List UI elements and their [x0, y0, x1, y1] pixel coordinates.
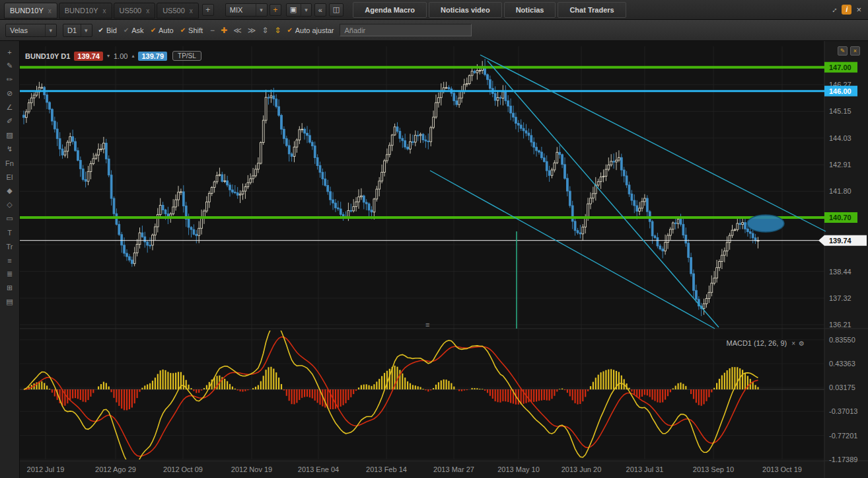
- svg-text:2013 Sep 10: 2013 Sep 10: [693, 465, 734, 473]
- shape-tool-icon[interactable]: ◇: [3, 198, 17, 212]
- indicator-settings-icon[interactable]: ⚙: [799, 340, 805, 347]
- close-window-icon[interactable]: ×: [856, 5, 861, 15]
- tabbar-icon-buttons: ▣▾«◫: [286, 3, 344, 17]
- add-chart-button[interactable]: +: [270, 4, 281, 16]
- info-icon[interactable]: i: [842, 5, 851, 15]
- chart-corner-icons: ✎×: [838, 46, 860, 56]
- price-checkboxes: ✔Bid✔Ask✔Auto✔Shift: [98, 26, 203, 34]
- ellipse-annotation[interactable]: [747, 215, 784, 232]
- trend-tool-icon[interactable]: Tr: [3, 239, 17, 253]
- chart-area: 146.27145.15144.03142.91141.80138.44137.…: [20, 41, 868, 478]
- diamond-tool-icon[interactable]: ◆: [3, 184, 17, 198]
- svg-text:2013 Feb 14: 2013 Feb 14: [366, 465, 407, 473]
- close-chart-icon[interactable]: ×: [850, 46, 860, 56]
- checkbox-label: Ask: [131, 26, 143, 34]
- rectangle-tool-icon[interactable]: ▭: [3, 212, 17, 225]
- chevron-down-icon: ▾: [45, 24, 52, 36]
- freehand-tool-icon[interactable]: ✐: [3, 114, 17, 128]
- spread-value: 1.00: [114, 52, 127, 60]
- remove-indicator-icon[interactable]: ×: [791, 340, 795, 347]
- function-tool-icon[interactable]: Fn: [3, 156, 17, 170]
- svg-text:2012 Ago 29: 2012 Ago 29: [95, 465, 136, 473]
- zigzag-tool-icon[interactable]: ↯: [3, 142, 17, 156]
- checkbox-shift[interactable]: ✔Shift: [180, 26, 203, 34]
- svg-text:2013 Jul 31: 2013 Jul 31: [626, 465, 664, 473]
- price-badge-resistance-mid[interactable]: 140.70: [824, 212, 857, 223]
- ask-price-badge[interactable]: 139.79: [138, 52, 167, 61]
- eraser-tool-icon[interactable]: ⊘: [3, 87, 17, 100]
- checkbox-bid[interactable]: ✔Bid: [98, 26, 117, 34]
- panel-divider-handle[interactable]: ≡: [425, 321, 429, 328]
- pen-tool-icon[interactable]: ✏: [3, 73, 17, 87]
- zoom-in-button[interactable]: ✚: [221, 26, 227, 35]
- mix-dropdown-label: MIX: [230, 6, 243, 14]
- tab-label: BUND10Y: [10, 7, 44, 15]
- checkbox-ask[interactable]: ✔Ask: [124, 26, 144, 34]
- price-badge-last-price[interactable]: 139.74: [818, 235, 867, 246]
- fit-vertical-button[interactable]: ⇕: [274, 26, 281, 35]
- bars-tool-icon[interactable]: ≣: [3, 267, 17, 281]
- svg-text:145.15: 145.15: [829, 107, 851, 115]
- close-tab-icon[interactable]: x: [103, 7, 106, 15]
- check-icon: ✔: [287, 26, 292, 34]
- close-tab-icon[interactable]: x: [48, 7, 52, 15]
- zoom-out-button[interactable]: −: [210, 26, 215, 35]
- menu-button-agenda-macro[interactable]: Agenda Macro: [353, 2, 427, 18]
- tab-bund10y-2[interactable]: BUND10Yx: [59, 3, 112, 19]
- close-tab-icon[interactable]: x: [190, 7, 193, 15]
- add-tab-button[interactable]: +: [202, 4, 214, 16]
- scroll-right-button[interactable]: ≫: [248, 26, 256, 35]
- bid-price-badge[interactable]: 139.74: [74, 52, 103, 61]
- checkbox-label: Auto ajustar: [295, 26, 334, 34]
- pencil-tool-icon[interactable]: ✎: [3, 59, 17, 73]
- elliott-tool-icon[interactable]: El: [3, 170, 17, 184]
- price-badge-resistance-top[interactable]: 147.00: [824, 62, 857, 73]
- checkbox-auto-ajustar[interactable]: ✔Auto ajustar: [287, 26, 334, 34]
- expand-vertical-button[interactable]: ⇕: [262, 26, 268, 35]
- angle-tool-icon[interactable]: ∠: [3, 100, 17, 114]
- macd-indicator-icons: ×⚙: [791, 340, 805, 347]
- add-tool-icon[interactable]: +: [3, 45, 17, 59]
- tab-bund10y-1[interactable]: BUND10Yx: [4, 3, 57, 19]
- svg-text:2012 Oct 09: 2012 Oct 09: [163, 465, 203, 473]
- check-icon: ✔: [124, 26, 129, 34]
- chart-toolbar: Velas ▾ D1 ▾ ✔Bid✔Ask✔Auto✔Shift −✚≪≫⇕⇕ …: [0, 20, 868, 41]
- list-tool-icon[interactable]: ≡: [3, 253, 17, 267]
- add-indicator-input[interactable]: [340, 24, 472, 36]
- series-type-label: Velas: [10, 26, 28, 34]
- display-mode-dropdown-glyph: ▣: [290, 5, 297, 14]
- layout-tool-icon[interactable]: ▤: [3, 295, 17, 309]
- series-type-dropdown[interactable]: Velas ▾: [5, 24, 57, 37]
- timeframe-dropdown[interactable]: D1 ▾: [63, 24, 92, 37]
- checkbox-auto[interactable]: ✔Auto: [151, 26, 174, 34]
- price-badge-blue-horizontal[interactable]: 146.00: [824, 86, 857, 97]
- resize-window-icon[interactable]: ↕: [830, 5, 840, 14]
- edit-chart-icon[interactable]: ✎: [838, 46, 848, 56]
- mix-dropdown[interactable]: MIX ▾: [225, 3, 268, 17]
- svg-text:144.03: 144.03: [829, 134, 851, 142]
- svg-text:2012 Nov 19: 2012 Nov 19: [231, 465, 272, 473]
- display-mode-dropdown[interactable]: ▣▾: [286, 3, 312, 17]
- close-tab-icon[interactable]: x: [146, 7, 149, 15]
- instrument-title: BUND10Y D1: [25, 52, 70, 60]
- pattern-tool-icon[interactable]: ▨: [3, 128, 17, 142]
- tab-us500-3[interactable]: US500x: [114, 3, 156, 19]
- scroll-left-button[interactable]: ≪: [233, 26, 242, 35]
- layout-button[interactable]: ◫: [329, 3, 344, 17]
- tab-us500-4[interactable]: US500x: [157, 3, 199, 19]
- grid-tool-icon[interactable]: ⊞: [3, 281, 17, 295]
- menu-button-noticias[interactable]: Noticias: [504, 2, 556, 18]
- menu-button-chat-traders[interactable]: Chat Traders: [558, 2, 626, 18]
- menu-button-noticias-video[interactable]: Noticias video: [429, 2, 502, 18]
- text-tool-icon[interactable]: T: [3, 225, 17, 239]
- svg-text:142.91: 142.91: [829, 161, 851, 169]
- price-chart[interactable]: 146.27145.15144.03142.91141.80138.44137.…: [20, 41, 868, 478]
- arrow-down-icon: ▾: [107, 53, 110, 59]
- svg-text:141.80: 141.80: [829, 187, 851, 195]
- rewind-button[interactable]: «: [314, 3, 326, 17]
- arrow-up-icon: ▴: [131, 53, 134, 59]
- tab-label: US500: [163, 7, 185, 15]
- svg-text:136.21: 136.21: [829, 321, 851, 329]
- tpsl-button[interactable]: TP/SL: [172, 51, 201, 61]
- menu-buttons: Agenda MacroNoticias videoNoticiasChat T…: [353, 2, 626, 18]
